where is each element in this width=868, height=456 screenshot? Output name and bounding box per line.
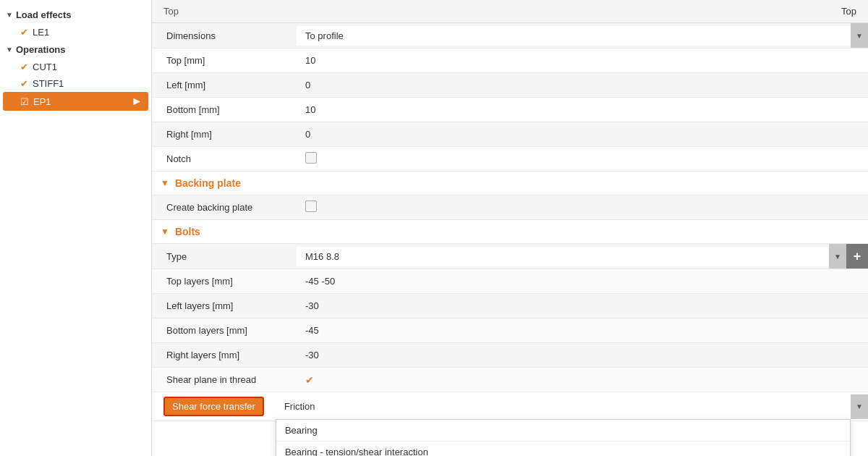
sidebar-section-operations-label: Operations bbox=[16, 44, 66, 55]
shear-plane-row: Shear plane in thread ✔ bbox=[152, 368, 868, 392]
create-backing-plate-checkbox[interactable] bbox=[305, 200, 317, 212]
shear-force-current-value[interactable]: Friction bbox=[276, 397, 851, 416]
notch-label: Notch bbox=[152, 149, 297, 169]
sidebar-item-STIFF1[interactable]: ✔ STIFF1 bbox=[0, 75, 151, 92]
shear-force-dropdown-main[interactable]: Friction ▼ bbox=[276, 394, 868, 419]
top-layers-value: -45 -50 bbox=[297, 271, 868, 291]
top-layers-label: Top layers [mm] bbox=[152, 271, 297, 291]
bottom-layers-label: Bottom layers [mm] bbox=[152, 321, 297, 340]
check-icon-EP1: ☑ bbox=[20, 96, 29, 107]
bolts-triangle: ▼ bbox=[161, 227, 169, 237]
dimensions-dropdown-arrow[interactable]: ▼ bbox=[851, 23, 868, 48]
create-backing-plate-label: Create backing plate bbox=[152, 198, 297, 217]
create-backing-plate-row: Create backing plate bbox=[152, 195, 868, 220]
create-backing-plate-cell bbox=[297, 196, 868, 219]
bottom-mm-value: 10 bbox=[297, 100, 868, 119]
right-layers-row: Right layers [mm] -30 bbox=[152, 343, 868, 368]
shear-force-dropdown-popup: Bearing Bearing - tension/shear interact… bbox=[276, 419, 851, 457]
sidebar-section-load-effects-label: Load effects bbox=[16, 9, 72, 20]
top-mm-label: Top [mm] bbox=[152, 51, 297, 70]
shear-plane-label: Shear plane in thread bbox=[152, 370, 297, 389]
sidebar-item-STIFF1-label: STIFF1 bbox=[33, 78, 64, 89]
backing-plate-triangle: ▼ bbox=[161, 178, 169, 188]
expand-arrow-load-effects: ▼ bbox=[6, 11, 13, 19]
notch-checkbox[interactable] bbox=[305, 152, 317, 164]
sidebar-section-load-effects[interactable]: ▼ Load effects bbox=[0, 6, 151, 24]
top-header-row: Top Top bbox=[152, 0, 868, 23]
dimensions-label: Dimensions bbox=[152, 26, 297, 46]
active-arrow-right: ► bbox=[131, 95, 142, 108]
left-layers-label: Left layers [mm] bbox=[152, 296, 297, 316]
sidebar-item-LE1-label: LE1 bbox=[33, 27, 49, 38]
right-mm-label: Right [mm] bbox=[152, 124, 297, 144]
dimensions-row: Dimensions To profile ▼ bbox=[152, 23, 868, 48]
top-mm-value: 10 bbox=[297, 51, 868, 70]
shear-plane-checkmark: ✔ bbox=[305, 374, 314, 386]
bolt-add-button[interactable]: + bbox=[846, 244, 868, 269]
sidebar-item-EP1[interactable]: ☑ EP1 ► bbox=[3, 92, 148, 111]
notch-row: Notch bbox=[152, 147, 868, 172]
top-mm-row: Top [mm] 10 bbox=[152, 48, 868, 73]
right-layers-label: Right layers [mm] bbox=[152, 345, 297, 365]
main-panel: Top Top Dimensions To profile ▼ Top [mm]… bbox=[152, 0, 868, 456]
shear-force-dropdown-container[interactable]: Friction ▼ Bearing Bearing - tension/she… bbox=[276, 394, 868, 419]
bolt-type-row: Type M16 8.8 ▼ + bbox=[152, 244, 868, 269]
sidebar-item-CUT1[interactable]: ✔ CUT1 bbox=[0, 59, 151, 75]
check-icon-STIFF1: ✔ bbox=[20, 78, 28, 89]
left-layers-row: Left layers [mm] -30 bbox=[152, 294, 868, 318]
left-layers-value: -30 bbox=[297, 296, 868, 316]
top-dropdown-value: Top bbox=[841, 6, 856, 17]
left-mm-value: 0 bbox=[297, 75, 868, 95]
right-layers-value: -30 bbox=[297, 345, 868, 365]
shear-plane-checkmark-cell: ✔ bbox=[297, 370, 868, 390]
left-mm-row: Left [mm] 0 bbox=[152, 73, 868, 98]
shear-force-label-wrapper: Shear force transfer bbox=[152, 392, 276, 421]
dimensions-select-value[interactable]: To profile bbox=[297, 26, 851, 46]
shear-force-transfer-row: Shear force transfer Friction ▼ Bearing … bbox=[152, 392, 868, 421]
bolts-section-header[interactable]: ▼ Bolts bbox=[152, 220, 868, 244]
top-header-label: Top bbox=[163, 6, 179, 17]
left-mm-label: Left [mm] bbox=[152, 75, 297, 95]
expand-arrow-operations: ▼ bbox=[6, 46, 13, 54]
sidebar-section-operations[interactable]: ▼ Operations bbox=[0, 41, 151, 59]
bolt-type-dropdown-arrow[interactable]: ▼ bbox=[829, 244, 846, 269]
top-layers-row: Top layers [mm] -45 -50 bbox=[152, 269, 868, 294]
bolt-type-value[interactable]: M16 8.8 bbox=[297, 247, 829, 266]
sidebar-item-CUT1-label: CUT1 bbox=[33, 62, 57, 72]
check-icon-LE1: ✔ bbox=[20, 27, 28, 38]
option-bearing-tension[interactable]: Bearing - tension/shear interaction bbox=[276, 442, 850, 457]
sidebar-item-LE1[interactable]: ✔ LE1 bbox=[0, 24, 151, 41]
backing-plate-title: Backing plate bbox=[175, 177, 241, 189]
shear-force-dropdown-arrow[interactable]: ▼ bbox=[851, 394, 868, 419]
bolt-type-dropdown[interactable]: M16 8.8 ▼ + bbox=[297, 244, 868, 269]
bottom-mm-row: Bottom [mm] 10 bbox=[152, 98, 868, 122]
option-bearing[interactable]: Bearing bbox=[276, 420, 850, 442]
right-mm-value: 0 bbox=[297, 124, 868, 144]
bottom-layers-row: Bottom layers [mm] -45 bbox=[152, 318, 868, 343]
dimensions-dropdown[interactable]: To profile ▼ bbox=[297, 23, 868, 48]
bolt-type-label: Type bbox=[152, 247, 297, 266]
sidebar: ▼ Load effects ✔ LE1 ▼ Operations ✔ CUT1… bbox=[0, 0, 152, 456]
backing-plate-section-header[interactable]: ▼ Backing plate bbox=[152, 172, 868, 195]
notch-checkbox-cell bbox=[297, 148, 868, 170]
shear-force-transfer-label[interactable]: Shear force transfer bbox=[163, 397, 264, 416]
bottom-mm-label: Bottom [mm] bbox=[152, 100, 297, 119]
check-icon-CUT1: ✔ bbox=[20, 62, 28, 72]
right-mm-row: Right [mm] 0 bbox=[152, 122, 868, 147]
bolts-title: Bolts bbox=[175, 226, 200, 237]
bottom-layers-value: -45 bbox=[297, 321, 868, 340]
sidebar-item-EP1-label: EP1 bbox=[33, 96, 51, 107]
